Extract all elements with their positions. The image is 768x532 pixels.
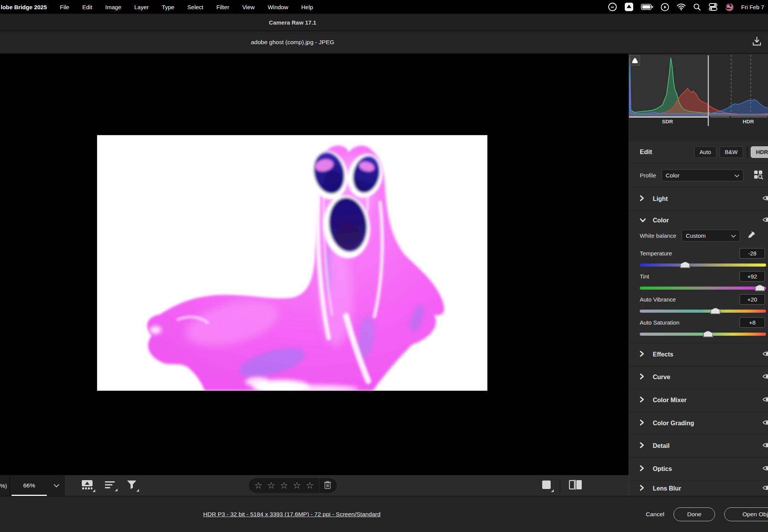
visibility-eye-icon[interactable]	[763, 373, 768, 381]
hdr-dashed-line	[750, 55, 751, 116]
sort-order-icon[interactable]	[104, 481, 115, 491]
chevron-right-icon	[640, 396, 645, 404]
white-balance-eyedropper-icon[interactable]	[747, 230, 756, 241]
visibility-eye-icon[interactable]	[763, 350, 768, 359]
visibility-eye-icon[interactable]	[763, 484, 768, 493]
preview-canvas[interactable]	[0, 54, 629, 475]
slider-temperature: Temperature -28	[629, 245, 768, 268]
section-curve[interactable]: Curve	[629, 367, 768, 388]
single-view-icon[interactable]	[541, 480, 551, 491]
status-bar: HDR P3 - 32 bit - 5184 x 3393 (17.6MP) -…	[0, 496, 768, 532]
zoom-level-tab[interactable]: 66%	[10, 475, 48, 496]
star-icon[interactable]: ☆	[293, 481, 301, 490]
visibility-eye-icon[interactable]	[763, 419, 768, 428]
eject-box-icon[interactable]	[624, 2, 634, 12]
profile-dropdown[interactable]: Color	[662, 169, 743, 181]
tint-slider[interactable]	[640, 285, 766, 292]
white-balance-label: White balance	[640, 232, 676, 239]
temperature-slider[interactable]	[640, 262, 766, 268]
slider-thumb[interactable]	[755, 285, 765, 291]
section-label: Curve	[653, 374, 670, 381]
white-balance-dropdown[interactable]: Custom	[682, 230, 740, 242]
trash-icon[interactable]	[324, 481, 331, 491]
temperature-value[interactable]: -28	[740, 248, 765, 259]
play-circle-icon[interactable]	[660, 3, 669, 12]
visibility-eye-icon[interactable]	[763, 442, 768, 450]
menu-filter[interactable]: Filter	[217, 4, 229, 10]
hdr-toggle-button[interactable]: HDR	[751, 146, 768, 158]
button-divider	[747, 146, 748, 158]
visibility-eye-icon[interactable]	[763, 465, 768, 473]
menu-type[interactable]: Type	[162, 4, 174, 10]
window-title: Camera Raw 17.1	[269, 19, 316, 26]
sdr-hdr-divider[interactable]	[708, 55, 709, 126]
menu-select[interactable]: Select	[187, 4, 204, 10]
menu-view[interactable]: View	[242, 4, 255, 10]
siri-icon[interactable]	[725, 3, 734, 12]
chevron-right-icon	[640, 373, 645, 381]
done-button[interactable]: Done	[674, 507, 715, 521]
section-color-mixer[interactable]: Color Mixer	[629, 389, 768, 411]
search-icon[interactable]	[693, 3, 701, 11]
slider-auto-saturation: Auto Saturation +8	[629, 315, 768, 338]
histogram-plot[interactable]	[629, 55, 768, 116]
color-section-header[interactable]: Color	[629, 211, 768, 230]
menu-layer[interactable]: Layer	[134, 4, 149, 10]
visibility-eye-icon[interactable]	[763, 195, 768, 203]
wifi-icon[interactable]	[677, 3, 686, 10]
slider-thumb[interactable]	[680, 262, 690, 268]
cancel-button[interactable]: Cancel	[646, 511, 664, 518]
open-object-button[interactable]: Open Obje	[724, 507, 768, 521]
section-detail[interactable]: Detail	[629, 435, 768, 457]
menu-image[interactable]: Image	[105, 4, 121, 10]
auto-vibrance-value[interactable]: +20	[740, 294, 765, 305]
star-icon[interactable]: ☆	[280, 481, 288, 490]
viewer-toolbar: %) 66%	[0, 475, 629, 496]
filter-funnel-icon[interactable]	[127, 480, 137, 491]
menubar-clock[interactable]: Fri Feb 7	[741, 4, 764, 10]
section-light[interactable]: Light	[629, 188, 768, 210]
section-label: Color	[653, 217, 669, 224]
sdr-range-bar	[629, 116, 708, 118]
visibility-eye-icon[interactable]	[763, 396, 768, 404]
auto-vibrance-slider[interactable]	[640, 308, 766, 315]
section-effects[interactable]: Effects	[629, 344, 768, 365]
star-icon[interactable]: ☆	[254, 481, 263, 490]
menu-edit[interactable]: Edit	[82, 4, 92, 10]
profile-browser-icon[interactable]	[753, 170, 763, 181]
section-lens-blur[interactable]: Lens Blur	[629, 481, 768, 496]
filename-label: adobe ghost (comp).jpg - JPEG	[251, 39, 334, 46]
menu-help[interactable]: Help	[301, 4, 313, 10]
image-info-link[interactable]: HDR P3 - 32 bit - 5184 x 3393 (17.6MP) -…	[203, 511, 381, 518]
app-menu-bridge[interactable]: lobe Bridge 2025	[1, 4, 47, 10]
zoom-dropdown-button[interactable]	[48, 475, 65, 496]
star-icon[interactable]: ☆	[267, 481, 276, 490]
battery-icon[interactable]	[641, 4, 653, 10]
slider-thumb[interactable]	[710, 308, 720, 314]
toolbar-divider	[560, 479, 560, 492]
zoom-preset-clipped[interactable]: %)	[0, 475, 10, 496]
section-optics[interactable]: Optics	[629, 458, 768, 480]
section-color-grading[interactable]: Color Grading	[629, 413, 768, 434]
section-label: Color Grading	[653, 420, 694, 427]
bw-button[interactable]: B&W	[720, 146, 743, 158]
menu-window[interactable]: Window	[268, 4, 288, 10]
auto-saturation-slider[interactable]	[640, 331, 766, 338]
hdr-dashed-line	[731, 55, 732, 116]
before-after-view-icon[interactable]	[569, 480, 583, 491]
shadow-clipping-indicator[interactable]	[630, 55, 640, 66]
slider-thumb[interactable]	[703, 331, 713, 337]
menu-file[interactable]: File	[60, 4, 69, 10]
section-label: Detail	[653, 443, 670, 449]
export-download-icon[interactable]	[751, 36, 763, 49]
star-icon[interactable]: ☆	[306, 481, 314, 490]
tint-value[interactable]: +92	[740, 271, 765, 282]
ghost-image[interactable]	[97, 135, 487, 391]
edit-header-row: Edit Auto B&W HDR	[629, 141, 768, 163]
auto-saturation-value[interactable]: +8	[740, 317, 765, 328]
creative-cloud-icon[interactable]: ∞	[608, 2, 617, 12]
auto-button[interactable]: Auto	[694, 146, 717, 158]
filmstrip-view-icon[interactable]	[81, 480, 93, 491]
control-center-icon[interactable]	[708, 3, 718, 11]
visibility-eye-icon[interactable]	[763, 216, 768, 225]
